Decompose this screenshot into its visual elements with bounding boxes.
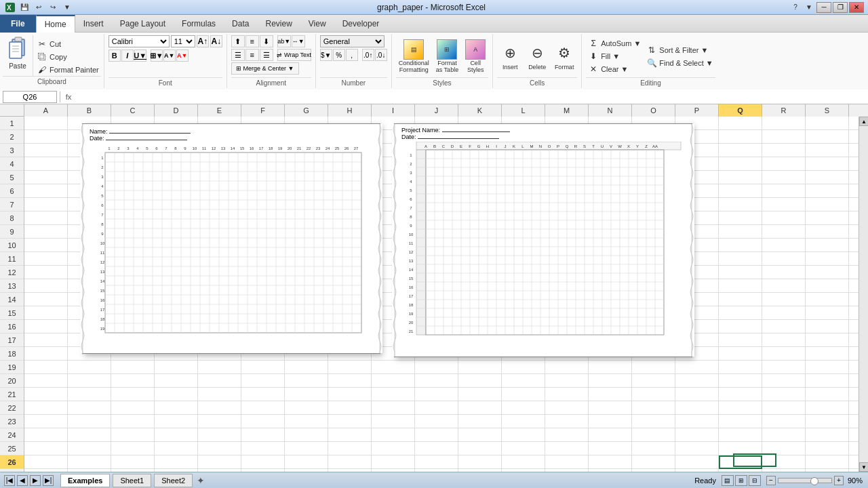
tab-review[interactable]: Review: [257, 15, 300, 33]
cell-Q2[interactable]: [719, 130, 762, 144]
cell-S1[interactable]: [806, 117, 849, 130]
cell-H22[interactable]: [328, 401, 372, 415]
cell-A13[interactable]: [24, 279, 68, 293]
cell-A14[interactable]: [24, 293, 68, 306]
cell-B21[interactable]: [68, 388, 111, 401]
cell-R27[interactable]: [762, 469, 806, 472]
cell-S11[interactable]: [806, 252, 849, 266]
border-button[interactable]: ⊞▼: [151, 49, 163, 62]
col-header-A[interactable]: A: [24, 104, 68, 117]
cell-T5[interactable]: [849, 171, 859, 184]
cell-S6[interactable]: [806, 184, 849, 198]
clear-btn[interactable]: ✕ Clear ▼: [586, 63, 643, 75]
page-layout-view-btn[interactable]: ⊞: [735, 475, 747, 486]
cell-S16[interactable]: [806, 320, 849, 333]
cell-O27[interactable]: [632, 469, 675, 472]
cell-O21[interactable]: [632, 388, 675, 401]
cell-L21[interactable]: [502, 388, 545, 401]
cell-Q24[interactable]: [719, 428, 762, 442]
cell-D20[interactable]: [155, 374, 198, 388]
cell-P23[interactable]: [675, 415, 719, 428]
cell-K19[interactable]: [458, 361, 502, 374]
fill-color-button[interactable]: A▼: [163, 49, 176, 62]
cell-T4[interactable]: [849, 157, 859, 171]
cell-H27[interactable]: [328, 469, 372, 472]
cell-I24[interactable]: [372, 428, 415, 442]
col-header-E[interactable]: E: [198, 104, 241, 117]
minimize-btn[interactable]: ─: [816, 2, 831, 13]
cell-C19[interactable]: [111, 361, 155, 374]
cell-R10[interactable]: [762, 239, 806, 252]
cell-P21[interactable]: [675, 388, 719, 401]
prev-sheet-btn[interactable]: ◀: [17, 475, 28, 486]
customize-btn[interactable]: ▼: [61, 2, 73, 13]
cell-Q16[interactable]: [719, 320, 762, 333]
cell-D19[interactable]: [155, 361, 198, 374]
cell-K20[interactable]: [458, 374, 502, 388]
cell-K22[interactable]: [458, 401, 502, 415]
cell-T12[interactable]: [849, 266, 859, 279]
cell-J22[interactable]: [415, 401, 458, 415]
tab-developer[interactable]: Developer: [334, 15, 388, 33]
cell-R12[interactable]: [762, 266, 806, 279]
cell-M20[interactable]: [545, 374, 589, 388]
normal-view-btn[interactable]: ▤: [722, 475, 734, 486]
function-wizard-btn[interactable]: fx: [63, 92, 74, 102]
cell-Q25[interactable]: [719, 442, 762, 455]
col-header-S[interactable]: S: [806, 104, 849, 117]
save-quick-btn[interactable]: 💾: [18, 2, 31, 13]
cell-F22[interactable]: [241, 401, 285, 415]
sheet-tab-sheet2[interactable]: Sheet2: [154, 474, 193, 487]
cell-T1[interactable]: [849, 117, 859, 130]
cell-B23[interactable]: [68, 415, 111, 428]
cell-T6[interactable]: [849, 184, 859, 198]
cell-L20[interactable]: [502, 374, 545, 388]
cell-C26[interactable]: [111, 455, 155, 469]
formula-input[interactable]: [77, 91, 865, 103]
cell-G22[interactable]: [285, 401, 328, 415]
cell-Q20[interactable]: [719, 374, 762, 388]
cell-S22[interactable]: [806, 401, 849, 415]
cell-A4[interactable]: [24, 157, 68, 171]
first-sheet-btn[interactable]: |◀: [4, 475, 15, 486]
cell-A25[interactable]: [24, 442, 68, 455]
cell-F21[interactable]: [241, 388, 285, 401]
cell-A26[interactable]: [24, 455, 68, 469]
cell-T20[interactable]: [849, 374, 859, 388]
cell-Q6[interactable]: [719, 184, 762, 198]
cell-C21[interactable]: [111, 388, 155, 401]
cell-G21[interactable]: [285, 388, 328, 401]
col-header-B[interactable]: B: [68, 104, 111, 117]
ribbon-toggle-btn[interactable]: ▼: [803, 2, 815, 13]
col-header-M[interactable]: M: [545, 104, 589, 117]
cell-R2[interactable]: [762, 130, 806, 144]
cell-C20[interactable]: [111, 374, 155, 388]
cell-Q11[interactable]: [719, 252, 762, 266]
align-top-btn[interactable]: ⬆: [231, 35, 245, 47]
align-middle-btn[interactable]: ≡: [245, 35, 259, 47]
cell-R14[interactable]: [762, 293, 806, 306]
align-left-btn[interactable]: ☰: [231, 49, 245, 61]
cell-T11[interactable]: [849, 252, 859, 266]
tab-data[interactable]: Data: [224, 15, 257, 33]
cell-K27[interactable]: [458, 469, 502, 472]
cell-A18[interactable]: [24, 347, 68, 361]
copy-button[interactable]: ⿻ Copy: [35, 51, 101, 63]
cell-K21[interactable]: [458, 388, 502, 401]
cell-P22[interactable]: [675, 401, 719, 415]
next-sheet-btn[interactable]: ▶: [30, 475, 41, 486]
cell-J23[interactable]: [415, 415, 458, 428]
cell-S9[interactable]: [806, 225, 849, 239]
cell-L23[interactable]: [502, 415, 545, 428]
cell-T21[interactable]: [849, 388, 859, 401]
cell-G19[interactable]: [285, 361, 328, 374]
tab-view[interactable]: View: [300, 15, 334, 33]
decrease-decimal-btn[interactable]: .0↓: [375, 49, 387, 61]
cell-A6[interactable]: [24, 184, 68, 198]
format-btn[interactable]: ⚙ Format: [551, 41, 577, 72]
cell-O19[interactable]: [632, 361, 675, 374]
cell-L19[interactable]: [502, 361, 545, 374]
cell-F27[interactable]: [241, 469, 285, 472]
cell-E22[interactable]: [198, 401, 241, 415]
cell-S21[interactable]: [806, 388, 849, 401]
